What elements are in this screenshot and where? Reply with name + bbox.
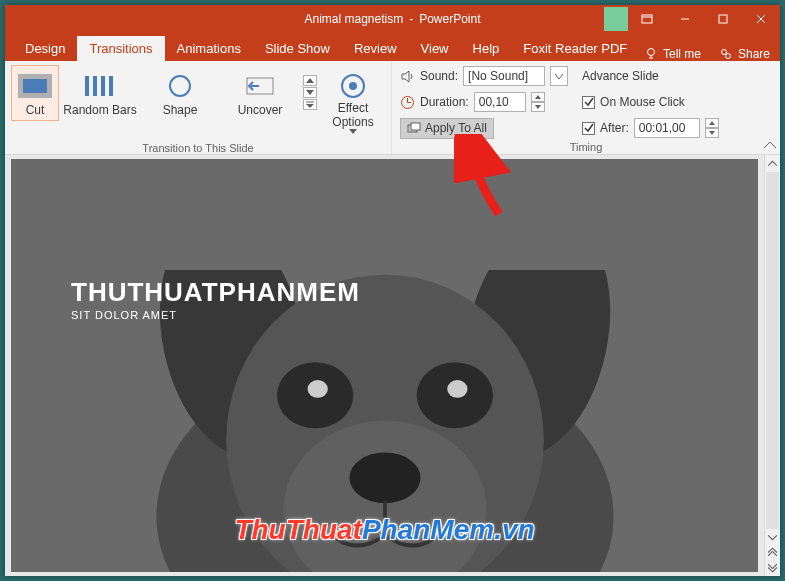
tab-review[interactable]: Review: [342, 36, 409, 61]
shape-icon: [161, 72, 199, 100]
slide: THUTHUATPHANMEM SIT DOLOR AMET ThuThuatP…: [11, 159, 758, 572]
after-up[interactable]: [705, 118, 719, 128]
gallery-more[interactable]: [303, 99, 317, 110]
after-input[interactable]: 00:01,00: [634, 118, 700, 138]
apply-all-icon: [407, 122, 421, 134]
svg-point-9: [721, 50, 726, 55]
sound-dropdown[interactable]: [550, 66, 568, 86]
transition-random-bars[interactable]: Random Bars: [61, 65, 139, 121]
duration-down[interactable]: [531, 102, 545, 112]
gallery-up[interactable]: [303, 75, 317, 86]
apply-to-all-button[interactable]: Apply To All: [400, 118, 494, 139]
transition-uncover[interactable]: Uncover: [221, 65, 299, 121]
sound-select[interactable]: [No Sound]: [463, 66, 545, 86]
transition-cut[interactable]: Cut: [11, 65, 59, 121]
vertical-scrollbar[interactable]: [764, 155, 780, 576]
share-button[interactable]: Share: [719, 47, 770, 61]
tab-animations[interactable]: Animations: [165, 36, 253, 61]
group-label-transition: Transition to This Slide: [142, 140, 253, 156]
tab-design[interactable]: Design: [13, 36, 77, 61]
duration-input[interactable]: 00,10: [474, 92, 526, 112]
svg-point-21: [349, 82, 357, 90]
svg-point-10: [725, 54, 730, 59]
advance-slide-label: Advance Slide: [582, 69, 659, 83]
document-title: Animal magnetism: [304, 12, 403, 26]
tab-help[interactable]: Help: [461, 36, 512, 61]
svg-point-36: [349, 452, 420, 503]
effect-options[interactable]: Effect Options: [321, 65, 385, 140]
ribbon-display-options[interactable]: [628, 5, 666, 33]
scroll-track[interactable]: [766, 172, 779, 529]
gallery-down[interactable]: [303, 87, 317, 98]
sound-icon: [400, 69, 415, 84]
next-slide-icon[interactable]: [766, 561, 779, 574]
svg-rect-12: [23, 79, 47, 93]
transition-shape[interactable]: Shape: [141, 65, 219, 121]
minimize-button[interactable]: [666, 5, 704, 33]
sound-label: Sound:: [420, 69, 458, 83]
tab-view[interactable]: View: [409, 36, 461, 61]
slide-subtitle: SIT DOLOR AMET: [71, 309, 177, 321]
after-down[interactable]: [705, 128, 719, 138]
slide-title: THUTHUATPHANMEM: [71, 277, 360, 308]
share-icon: [719, 47, 733, 61]
cut-icon: [16, 72, 54, 100]
svg-rect-15: [101, 76, 105, 96]
tab-transitions[interactable]: Transitions: [77, 36, 164, 61]
svg-point-33: [307, 380, 327, 398]
scroll-down-icon[interactable]: [766, 531, 779, 544]
lightbulb-icon: [644, 47, 658, 61]
svg-rect-18: [247, 78, 273, 94]
svg-rect-16: [109, 76, 113, 96]
group-label-timing: Timing: [400, 139, 772, 155]
ribbon: Cut Random Bars Shape Uncover Effec: [5, 61, 780, 155]
svg-rect-13: [85, 76, 89, 96]
after-checkbox[interactable]: [582, 122, 595, 135]
svg-rect-3: [719, 15, 727, 23]
tab-foxit[interactable]: Foxit Reader PDF: [511, 36, 639, 61]
prev-slide-icon[interactable]: [766, 546, 779, 559]
watermark: ThuThuatPhanMem.vn: [234, 514, 534, 546]
close-button[interactable]: [742, 5, 780, 33]
tab-slide-show[interactable]: Slide Show: [253, 36, 342, 61]
maximize-button[interactable]: [704, 5, 742, 33]
on-mouse-click-checkbox[interactable]: [582, 96, 595, 109]
duration-up[interactable]: [531, 92, 545, 102]
app-name: PowerPoint: [419, 12, 480, 26]
svg-rect-26: [411, 123, 420, 130]
tell-me[interactable]: Tell me: [644, 47, 701, 61]
title-bar: Animal magnetism - PowerPoint: [5, 5, 780, 33]
svg-rect-0: [642, 15, 652, 23]
scroll-up-icon[interactable]: [766, 157, 779, 170]
clock-icon: [400, 95, 415, 110]
slide-canvas[interactable]: THUTHUATPHANMEM SIT DOLOR AMET ThuThuatP…: [5, 155, 764, 576]
svg-point-6: [647, 49, 654, 56]
effect-options-icon: [338, 71, 368, 101]
after-label: After:: [600, 121, 629, 135]
user-avatar[interactable]: [604, 7, 628, 31]
random-bars-icon: [81, 72, 119, 100]
collapse-ribbon[interactable]: [764, 134, 776, 152]
ribbon-tabs: Design Transitions Animations Slide Show…: [5, 33, 780, 61]
svg-point-17: [170, 76, 190, 96]
chevron-down-icon: [555, 74, 563, 79]
svg-point-34: [447, 380, 467, 398]
uncover-icon: [241, 72, 279, 100]
on-mouse-click-label: On Mouse Click: [600, 95, 685, 109]
duration-label: Duration:: [420, 95, 469, 109]
svg-rect-14: [93, 76, 97, 96]
chevron-down-icon: [349, 129, 357, 134]
